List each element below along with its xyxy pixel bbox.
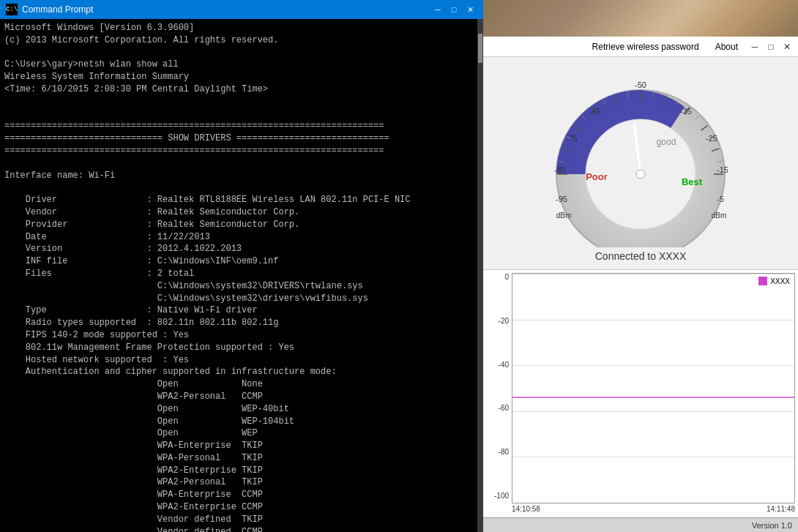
wifi-maximize-button[interactable]: □	[763, 39, 779, 55]
scale-neg25: -25	[706, 134, 717, 143]
scale-neg15: -15	[717, 165, 728, 174]
scale-dbm-right: dBm	[712, 211, 727, 220]
wifi-window-controls: ─ □ ✕	[747, 39, 795, 55]
scale-neg95: -95	[556, 195, 567, 203]
scale-neg50: -50	[635, 80, 646, 89]
needle-center	[636, 170, 645, 179]
cmd-close-button[interactable]: ✕	[463, 4, 477, 15]
x-label-start: 14:10:58	[512, 505, 540, 513]
quality-best: Best	[682, 176, 703, 187]
cmd-scroll-thumb[interactable]	[478, 34, 482, 63]
signal-line-chart	[512, 274, 794, 503]
y-label-0: 0	[504, 273, 509, 281]
wifi-minimize-button[interactable]: ─	[747, 39, 763, 55]
wifi-window: Retrieve wireless password About ─ □ ✕	[483, 37, 798, 532]
wifi-close-button[interactable]: ✕	[779, 39, 795, 55]
gauge-svg: -65 -50 -35 -25 -15 -5 dBm -85 -	[538, 64, 743, 247]
cmd-output: Microsoft Windows [Version 6.3.9600] (c)…	[0, 19, 483, 532]
cmd-scrollbar[interactable]	[477, 19, 483, 532]
scale-neg35: -35	[680, 107, 692, 116]
chart-canvas: XXXX	[512, 273, 795, 503]
y-label-80: -80	[499, 448, 509, 456]
connected-label: Connected to XXXX	[595, 250, 687, 262]
grid-line-100	[512, 503, 794, 503]
chart-main: XXXX 14:10:58 14:11:48	[512, 273, 795, 514]
wifi-menubar: Retrieve wireless password About ─ □ ✕	[486, 37, 795, 56]
chart-y-axis: 0 -20 -40 -60 -80 -100	[486, 273, 512, 514]
cmd-title: Command Prompt	[22, 4, 93, 15]
right-panel: Retrieve wireless password About ─ □ ✕	[483, 0, 798, 532]
x-label-end: 14:11:48	[767, 505, 795, 513]
scale-neg75: -75	[566, 134, 578, 143]
chart-section: 0 -20 -40 -60 -80 -100	[483, 269, 798, 517]
y-label-20: -20	[499, 317, 509, 325]
cmd-icon: C:\	[6, 4, 18, 15]
cmd-window: C:\ Command Prompt ─ □ ✕ Microsoft Windo…	[0, 0, 483, 532]
y-label-60: -60	[499, 404, 509, 412]
version-label: Version 1.0	[752, 521, 792, 530]
quality-poor: Poor	[586, 171, 608, 182]
cmd-minimize-button[interactable]: ─	[430, 4, 445, 15]
wifi-titlebar: Retrieve wireless password About ─ □ ✕	[483, 37, 798, 57]
scale-dbm-left: dBm	[556, 211, 572, 220]
gauge-section: -65 -50 -35 -25 -15 -5 dBm -85 -	[483, 57, 798, 269]
chart-area: 0 -20 -40 -60 -80 -100	[486, 273, 795, 514]
about-menu[interactable]: About	[708, 37, 745, 56]
cmd-titlebar: C:\ Command Prompt ─ □ ✕	[0, 0, 483, 19]
scale-neg85: -85	[554, 165, 566, 174]
cmd-window-controls: ─ □ ✕	[430, 4, 477, 15]
chart-x-axis: 14:10:58 14:11:48	[512, 503, 795, 514]
y-label-40: -40	[499, 361, 509, 369]
scale-neg5: -5	[717, 195, 724, 203]
gauge-container: -65 -50 -35 -25 -15 -5 dBm -85 -	[538, 64, 743, 247]
cmd-maximize-button[interactable]: □	[447, 4, 461, 15]
quality-good: good	[657, 137, 676, 147]
top-image	[483, 0, 798, 37]
status-bar: Version 1.0	[483, 517, 798, 532]
retrieve-password-menu[interactable]: Retrieve wireless password	[585, 37, 706, 56]
y-label-100: -100	[494, 492, 509, 500]
scale-neg65: -65	[589, 107, 601, 116]
